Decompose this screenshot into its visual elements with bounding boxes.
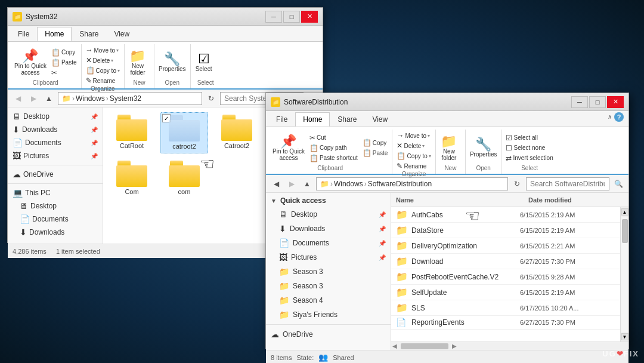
horizontal-scrollbar[interactable]: ◀ ▶ bbox=[391, 342, 628, 350]
copy-button[interactable]: 📋 Copy bbox=[49, 48, 79, 57]
file-row-postreboot[interactable]: 📁 PostRebootEventCache.V2 6/15/2015 9:28… bbox=[391, 269, 620, 285]
tab-file[interactable]: File bbox=[10, 27, 37, 41]
sidebar-section-quick-access[interactable]: ▼ Quick access bbox=[266, 193, 391, 207]
file-row-datastore[interactable]: 📁 DataStore 6/15/2015 2:19 AM bbox=[391, 223, 620, 238]
pin-to-quick-access-button[interactable]: 📌 Pin to Quickaccess bbox=[13, 48, 48, 77]
scroll-thumb[interactable] bbox=[622, 219, 628, 243]
minimize-button2[interactable]: ─ bbox=[571, 96, 588, 108]
paste-button[interactable]: 📋 Paste bbox=[49, 58, 79, 67]
paste-button2[interactable]: 📋 Paste bbox=[361, 148, 390, 158]
file-row-reportingevents[interactable]: 📄 ReportingEvents 6/27/2015 7:30 PM bbox=[391, 316, 620, 330]
cut-button[interactable]: ✂ bbox=[49, 68, 79, 78]
new-folder-button2[interactable]: 📁 Newfolder bbox=[438, 134, 460, 162]
help-button[interactable]: ? bbox=[614, 112, 624, 122]
hscroll-left-button[interactable]: ◀ bbox=[391, 343, 398, 349]
forward-button2[interactable]: ▶ bbox=[285, 177, 298, 190]
rename-button[interactable]: ✎ Rename bbox=[84, 76, 122, 85]
file-row-deliveryoptimization[interactable]: 📁 DeliveryOptimization 6/15/2015 2:21 AM bbox=[391, 238, 620, 254]
move-to-button[interactable]: → Move to ▾ bbox=[84, 45, 122, 55]
tab-view[interactable]: View bbox=[106, 27, 137, 41]
close-button[interactable]: ✕ bbox=[301, 11, 318, 23]
sidebar-item-season3a[interactable]: 📁 Season 3 bbox=[266, 264, 391, 279]
refresh-button2[interactable]: ↻ bbox=[510, 177, 524, 190]
col-header-date[interactable]: Date modified bbox=[528, 196, 624, 204]
cut-button2[interactable]: ✂ Cut bbox=[308, 133, 360, 143]
sidebar-item-desktop[interactable]: 🖥 Desktop 📌 bbox=[8, 110, 103, 123]
select-none-button[interactable]: ☐ Select none bbox=[504, 143, 555, 153]
file-item-com2[interactable]: com bbox=[160, 158, 208, 198]
search-button2[interactable]: 🔍 bbox=[612, 177, 625, 190]
new-folder-button[interactable]: 📁 Newfolder bbox=[127, 48, 148, 77]
up-button2[interactable]: ▲ bbox=[301, 177, 314, 190]
maximize-button2[interactable]: □ bbox=[589, 96, 606, 108]
hscroll-right-button[interactable]: ▶ bbox=[451, 343, 458, 349]
sidebar-item-qa-documents[interactable]: 📄 Documents 📌 bbox=[266, 236, 391, 250]
file-item-catroot2[interactable]: ✓ catroot2 bbox=[160, 112, 208, 153]
maximize-button[interactable]: □ bbox=[283, 11, 300, 23]
copy-path-button[interactable]: 📋 Copy path bbox=[308, 143, 360, 153]
copy-to-button2[interactable]: 📋 Copy to ▾ bbox=[395, 151, 432, 161]
paste-shortcut-button[interactable]: 📋 Paste shortcut bbox=[308, 153, 360, 163]
sidebar-item-season3b[interactable]: 📁 Season 3 bbox=[266, 279, 391, 293]
sidebar-item-qa-desktop[interactable]: 🖥 Desktop 📌 bbox=[266, 207, 391, 222]
vertical-scrollbar[interactable]: ▲ ▼ bbox=[620, 207, 628, 342]
file-item-catroot2-copy[interactable]: Catroot2 bbox=[213, 112, 261, 153]
sidebar-item-season4[interactable]: 📁 Season 4 bbox=[266, 293, 391, 307]
delete-button2[interactable]: ✕ Delete ▾ bbox=[395, 141, 432, 150]
file-item-com[interactable]: Com bbox=[108, 158, 156, 198]
sidebar-item-onedrive2[interactable]: ☁ OneDrive bbox=[266, 327, 391, 342]
sidebar-item-thispc[interactable]: 💻 This PC bbox=[8, 186, 103, 199]
file-row-download[interactable]: 📁 Download 6/27/2015 7:30 PM bbox=[391, 254, 620, 269]
select-all-button[interactable]: ☑ Select all bbox=[504, 133, 555, 143]
sidebar-item-siyas[interactable]: 📁 Siya's Friends bbox=[266, 307, 391, 322]
sidebar-item-qa-downloads[interactable]: ⬇ Downloads 📌 bbox=[266, 222, 391, 236]
file-row-selfupdate[interactable]: 📁 SelfUpdate 6/15/2015 2:19 AM bbox=[391, 285, 620, 300]
sidebar-item-downloads[interactable]: ⬇ Downloads 📌 bbox=[8, 123, 103, 136]
tab-home2[interactable]: Home bbox=[295, 112, 330, 127]
file-row-authcabs[interactable]: 📁 AuthCabs 6/15/2015 2:19 AM bbox=[391, 207, 620, 223]
pictures-icon: 🖼 bbox=[13, 151, 21, 161]
address-path[interactable]: 📁 › Windows › System32 bbox=[58, 92, 202, 105]
forward-button[interactable]: ▶ bbox=[27, 92, 40, 105]
scroll-up-button[interactable]: ▲ bbox=[621, 208, 628, 216]
sidebar-item-documents2[interactable]: 📄 Documents bbox=[8, 213, 103, 226]
tab-share[interactable]: Share bbox=[72, 27, 106, 41]
sidebar-item-downloads2[interactable]: ⬇ Downloads bbox=[8, 226, 103, 239]
back-button2[interactable]: ◀ bbox=[270, 177, 283, 190]
hscroll-thumb[interactable] bbox=[401, 343, 448, 349]
tab-file2[interactable]: File bbox=[268, 112, 295, 127]
refresh-button[interactable]: ↻ bbox=[205, 92, 218, 105]
season4-label: Season 4 bbox=[293, 296, 323, 304]
properties-button[interactable]: 🔧 Properties bbox=[157, 51, 188, 73]
file-item-catroot[interactable]: CatRoot bbox=[108, 112, 156, 153]
pin-to-quick-access-button2[interactable]: 📌 Pin to Quickaccess bbox=[271, 134, 306, 162]
copy-to-button[interactable]: 📋 Copy to ▾ bbox=[84, 66, 122, 75]
properties-button2[interactable]: 🔧 Properties bbox=[468, 137, 499, 159]
select-button[interactable]: ☑ Select bbox=[193, 51, 215, 73]
addressbar-sw: ◀ ▶ ▲ 📁 › Windows › SoftwareDistribution… bbox=[266, 175, 628, 193]
address-path2[interactable]: 📁 › Windows › SoftwareDistribution bbox=[316, 177, 508, 190]
tab-share2[interactable]: Share bbox=[330, 112, 364, 127]
close-button2[interactable]: ✕ bbox=[607, 96, 624, 108]
scroll-down-button[interactable]: ▼ bbox=[621, 333, 628, 340]
minimize-button[interactable]: ─ bbox=[265, 11, 282, 23]
invert-selection-button[interactable]: ⇄ Invert selection bbox=[504, 153, 555, 163]
sidebar-item-qa-pictures[interactable]: 🖼 Pictures 📌 bbox=[266, 250, 391, 264]
search-input-sw[interactable] bbox=[526, 177, 609, 190]
copy-to-icon: 📋 bbox=[86, 66, 95, 75]
sidebar-item-pictures[interactable]: 🖼 Pictures 📌 bbox=[8, 149, 103, 162]
col-header-name[interactable]: Name bbox=[396, 196, 528, 204]
tab-view2[interactable]: View bbox=[364, 112, 395, 127]
copy-button2[interactable]: 📋 Copy bbox=[361, 138, 390, 147]
sidebar-item-documents[interactable]: 📄 Documents 📌 bbox=[8, 136, 103, 149]
up-button[interactable]: ▲ bbox=[42, 92, 55, 105]
tab-home[interactable]: Home bbox=[37, 27, 72, 41]
file-row-sls[interactable]: 📁 SLS 6/17/2015 10:20 A... bbox=[391, 300, 620, 316]
sidebar-item-desktop2[interactable]: 🖥 Desktop bbox=[8, 199, 103, 213]
delete-button[interactable]: ✕ Delete ▾ bbox=[84, 56, 122, 65]
move-to-button2[interactable]: → Move to ▾ bbox=[395, 131, 432, 140]
sidebar-item-onedrive[interactable]: ☁ OneDrive bbox=[8, 168, 103, 181]
ribbon-collapse-button[interactable]: ∧ bbox=[608, 113, 612, 120]
rename-button2[interactable]: ✎ Rename bbox=[395, 161, 432, 171]
back-button[interactable]: ◀ bbox=[11, 92, 24, 105]
